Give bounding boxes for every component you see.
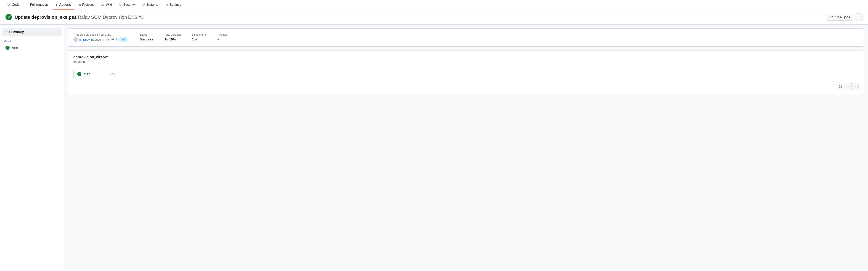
- zoom-in-button[interactable]: +: [851, 83, 859, 90]
- user-name[interactable]: timrafay: [79, 38, 90, 41]
- checkmark-icon: [79, 73, 80, 76]
- page-header: Update deprovision_eks.ps1 Rafay SOM Dep…: [0, 10, 868, 25]
- workflow-card: deprovision_eks.yml on: push build 51s: [68, 50, 864, 95]
- sidebar: Summary Jobs build: [0, 25, 64, 271]
- sidebar-job-label: build: [11, 46, 18, 50]
- checkmark-icon: [7, 47, 8, 49]
- more-options-button[interactable]: ···: [855, 13, 863, 21]
- run-info: Rafay SOM Deprovision EKS #3: [78, 14, 144, 20]
- trigger-card: Triggered via push 3 hours ago timrafay …: [68, 28, 864, 47]
- trigger-info-row: timrafay pushed ⬦ eabd641 main: [73, 37, 128, 42]
- sidebar-job-build[interactable]: build: [2, 44, 62, 51]
- job-status-icon: [5, 46, 9, 50]
- branch-badge[interactable]: main: [118, 37, 128, 42]
- workflow-filename: deprovision_eks.yml: [73, 55, 859, 59]
- trigger-row: Triggered via push 3 hours ago timrafay …: [73, 33, 859, 42]
- fit-zoom-button[interactable]: [837, 83, 844, 90]
- run-status-icon: [5, 14, 12, 20]
- billable-section: Billable time 1m: [192, 33, 207, 41]
- checkmark-icon: [7, 15, 10, 20]
- duration-label: Total duration: [164, 33, 181, 36]
- main-layout: Summary Jobs build Triggered via push 3 …: [0, 25, 868, 271]
- pr-icon: [27, 3, 29, 6]
- workflow-jobs: build 51s: [73, 69, 859, 79]
- nav-projects[interactable]: Projects: [75, 0, 97, 9]
- nav-insights[interactable]: Insights: [139, 0, 161, 9]
- page-header-left: Update deprovision_eks.ps1 Rafay SOM Dep…: [5, 14, 144, 20]
- sidebar-summary[interactable]: Summary: [2, 28, 62, 36]
- sidebar-summary-label: Summary: [9, 30, 24, 34]
- page-title: Update deprovision_eks.ps1 Rafay SOM Dep…: [14, 14, 144, 20]
- status-section: Status Success: [140, 33, 153, 41]
- workflow-trigger: on: push: [73, 60, 859, 63]
- nav-code-label: Code: [12, 3, 20, 6]
- job-build-box[interactable]: build 51s: [73, 69, 119, 79]
- nav-wiki[interactable]: Wiki: [98, 0, 115, 9]
- status-value: Success: [140, 37, 153, 41]
- job-box-label: build: [84, 72, 91, 76]
- job-box-status-icon: [77, 72, 81, 76]
- svg-point-1: [74, 40, 78, 42]
- nav-pr-label: Pull requests: [30, 3, 49, 6]
- nav-actions[interactable]: Actions: [53, 0, 74, 9]
- nav-settings[interactable]: Settings: [162, 0, 185, 9]
- status-label: Status: [140, 33, 153, 36]
- billable-value: 1m: [192, 37, 207, 41]
- nav-security-label: Security: [123, 3, 135, 6]
- avatar: [73, 37, 78, 42]
- nav-actions-label: Actions: [59, 3, 71, 6]
- rerun-all-button[interactable]: Re-run all jobs: [826, 14, 854, 21]
- nav-pull-requests[interactable]: Pull requests: [24, 0, 52, 9]
- pushed-text: pushed: [91, 38, 101, 41]
- nav-code[interactable]: Code: [4, 0, 23, 9]
- duration-value: 1m 20s: [164, 37, 181, 41]
- nav-settings-label: Settings: [170, 3, 181, 6]
- wiki-icon: [101, 3, 104, 6]
- nav-insights-label: Insights: [147, 3, 158, 6]
- main-content: Triggered via push 3 hours ago timrafay …: [64, 25, 868, 271]
- triggered-label: Triggered via push 3 hours ago: [73, 33, 128, 36]
- insights-icon: [142, 3, 146, 6]
- commit-hash[interactable]: eabd641: [105, 38, 117, 41]
- projects-icon: [79, 3, 81, 6]
- nav-security[interactable]: Security: [116, 0, 138, 9]
- actions-icon: [56, 3, 58, 6]
- home-icon: [5, 30, 7, 34]
- top-nav: Code Pull requests Actions Projects Wiki…: [0, 0, 868, 10]
- jobs-section-label: Jobs: [0, 37, 64, 44]
- artifacts-label: Artifacts: [218, 33, 227, 36]
- zoom-controls: − +: [73, 83, 859, 90]
- workflow-content-area: deprovision_eks.yml on: push build 51s: [73, 55, 859, 90]
- page-header-actions: Re-run all jobs ···: [826, 13, 863, 21]
- workflow-title: Update deprovision_eks.ps1: [14, 14, 76, 20]
- billable-label: Billable time: [192, 33, 207, 36]
- security-icon: [119, 3, 122, 6]
- nav-wiki-label: Wiki: [106, 3, 112, 6]
- zoom-out-button[interactable]: −: [844, 83, 851, 90]
- duration-section: Total duration 1m 20s: [164, 33, 181, 41]
- settings-icon: [165, 3, 168, 6]
- trigger-section: Triggered via push 3 hours ago timrafay …: [73, 33, 128, 42]
- artifacts-value: –: [218, 37, 227, 41]
- nav-projects-label: Projects: [82, 3, 94, 6]
- svg-point-0: [75, 38, 76, 40]
- code-icon: [7, 3, 10, 6]
- svg-rect-2: [839, 85, 842, 88]
- commit-arrow-icon: ⬦: [102, 38, 104, 41]
- artifacts-section: Artifacts –: [218, 33, 227, 41]
- job-duration: 51s: [111, 72, 115, 76]
